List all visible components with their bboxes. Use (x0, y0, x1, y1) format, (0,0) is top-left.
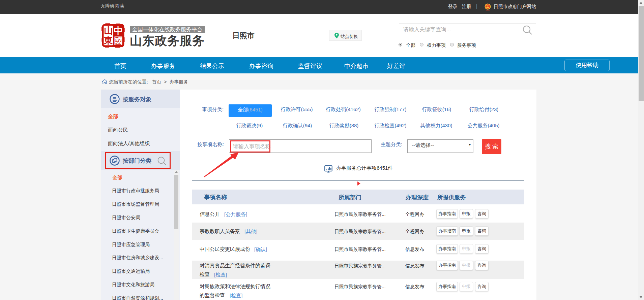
svg-text:東: 東 (104, 36, 113, 45)
svg-text:山: 山 (104, 26, 113, 36)
svg-text:國: 國 (114, 36, 123, 46)
svg-text:中: 中 (114, 26, 123, 36)
